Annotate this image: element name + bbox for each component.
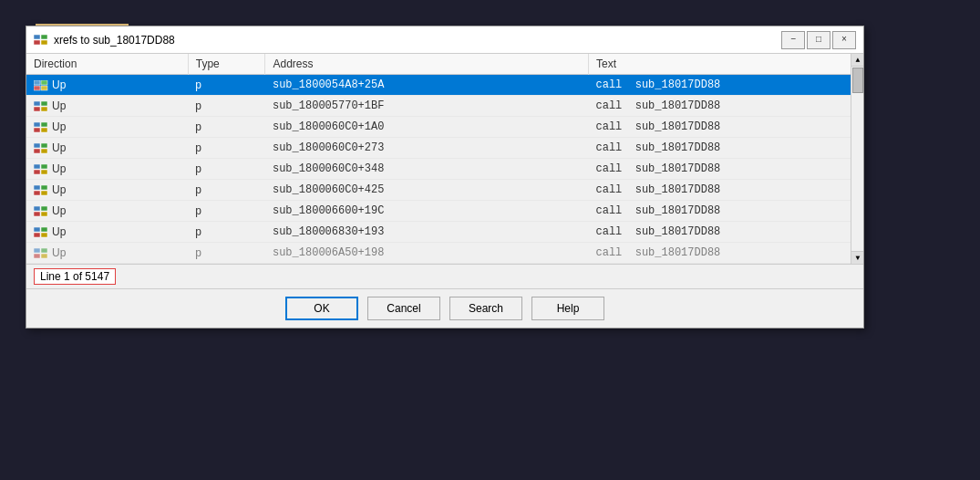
scroll-down-button[interactable]: ▼	[851, 251, 863, 264]
cell-address: sub_180005770+1BF	[265, 96, 589, 117]
svg-rect-8	[34, 80, 40, 85]
svg-rect-24	[34, 122, 40, 127]
cell-address: sub_1800054A8+25A	[265, 75, 589, 96]
cell-direction: Up	[26, 201, 188, 222]
minimize-button[interactable]: −	[781, 31, 805, 49]
close-button[interactable]: ×	[832, 31, 856, 49]
scroll-up-button[interactable]: ▲	[851, 54, 863, 67]
table-header: Direction Type Address Text	[26, 54, 863, 75]
svg-rect-33	[34, 149, 40, 153]
scrollbar-thumb[interactable]	[852, 68, 863, 93]
svg-rect-40	[34, 164, 40, 169]
svg-rect-50	[41, 185, 47, 190]
svg-rect-34	[41, 143, 47, 148]
dialog-titlebar: xrefs to sub_18017DD88 − □ ×	[26, 26, 863, 54]
cell-direction: Up	[26, 243, 188, 264]
svg-rect-51	[41, 191, 47, 195]
svg-rect-3	[41, 40, 47, 45]
svg-rect-57	[34, 212, 40, 216]
search-button[interactable]: Search	[449, 297, 522, 320]
svg-rect-66	[41, 227, 47, 232]
svg-rect-25	[34, 128, 40, 132]
table-row[interactable]: Uppsub_180005770+1BFcall sub_18017DD88	[26, 96, 863, 117]
cell-type: p	[188, 138, 265, 159]
svg-rect-16	[34, 101, 40, 106]
cell-address: sub_180006600+19C	[265, 201, 589, 222]
svg-rect-35	[41, 149, 47, 153]
cell-text: call sub_18017DD88	[588, 138, 862, 159]
cancel-button[interactable]: Cancel	[367, 297, 440, 320]
cell-type: p	[188, 117, 265, 138]
col-type: Type	[188, 54, 265, 75]
cell-text: call sub_18017DD88	[588, 75, 862, 96]
maximize-button[interactable]: □	[807, 31, 830, 49]
svg-rect-32	[34, 143, 40, 148]
svg-rect-49	[34, 191, 40, 195]
cell-type: p	[188, 243, 265, 264]
svg-rect-18	[41, 101, 47, 106]
scrollbar[interactable]: ▲ ▼	[851, 54, 863, 264]
cell-address: sub_1800060C0+425	[265, 180, 589, 201]
cell-direction: Up	[26, 75, 188, 96]
svg-rect-59	[41, 212, 47, 216]
xrefs-table-container[interactable]: Direction Type Address Text Uppsub_18000…	[26, 54, 863, 265]
table-row[interactable]: Uppsub_1800060C0+425call sub_18017DD88	[26, 180, 863, 201]
svg-rect-2	[41, 35, 47, 39]
svg-rect-1	[34, 40, 40, 45]
dialog-footer: OK Cancel Search Help	[26, 289, 863, 328]
cell-address: sub_1800060C0+348	[265, 159, 589, 180]
status-line-count: Line 1 of 5147	[34, 268, 116, 285]
cell-direction: Up	[26, 159, 188, 180]
svg-rect-64	[34, 227, 40, 232]
svg-rect-56	[34, 206, 40, 211]
table-row[interactable]: Uppsub_1800060C0+348call sub_18017DD88	[26, 159, 863, 180]
svg-rect-0	[34, 35, 40, 39]
svg-rect-72	[34, 248, 40, 253]
help-button[interactable]: Help	[531, 297, 604, 320]
cell-type: p	[188, 75, 265, 96]
cell-text: call sub_18017DD88	[588, 159, 862, 180]
table-row[interactable]: Uppsub_1800060C0+273call sub_18017DD88	[26, 138, 863, 159]
cell-address: sub_1800060C0+273	[265, 138, 589, 159]
svg-rect-43	[41, 170, 47, 174]
table-row[interactable]: Uppsub_180006600+19Ccall sub_18017DD88	[26, 201, 863, 222]
svg-rect-26	[41, 122, 47, 127]
xrefs-table-body[interactable]: Uppsub_1800054A8+25Acall sub_18017DD88Up…	[26, 75, 863, 264]
svg-rect-74	[41, 248, 47, 253]
xrefs-table: Direction Type Address Text Uppsub_18000…	[26, 54, 863, 264]
table-row[interactable]: Uppsub_180006830+193call sub_18017DD88	[26, 222, 863, 243]
cell-direction: Up	[26, 138, 188, 159]
cell-type: p	[188, 159, 265, 180]
svg-rect-41	[34, 170, 40, 174]
table-row[interactable]: Uppsub_1800060C0+1A0call sub_18017DD88	[26, 117, 863, 138]
window-controls: − □ ×	[781, 31, 856, 49]
cell-direction: Up	[26, 96, 188, 117]
svg-rect-10	[41, 80, 47, 85]
table-row[interactable]: Uppsub_1800054A8+25Acall sub_18017DD88	[26, 75, 863, 96]
svg-rect-9	[34, 86, 40, 90]
dialog-statusbar: Line 1 of 5147	[26, 265, 863, 289]
cell-address: sub_180006A50+198	[265, 243, 589, 264]
cell-text: call sub_18017DD88	[588, 117, 862, 138]
svg-rect-17	[34, 107, 40, 111]
col-text: Text	[588, 54, 862, 75]
svg-rect-48	[34, 185, 40, 190]
svg-rect-11	[41, 86, 47, 90]
svg-rect-73	[34, 254, 40, 258]
cell-address: sub_1800060C0+1A0	[265, 117, 589, 138]
col-direction: Direction	[26, 54, 188, 75]
dialog-title: xrefs to sub_18017DD88	[54, 34, 776, 47]
cell-text: call sub_18017DD88	[588, 243, 862, 264]
svg-rect-58	[41, 206, 47, 211]
cell-text: call sub_18017DD88	[588, 180, 862, 201]
ok-button[interactable]: OK	[285, 297, 358, 320]
cell-address: sub_180006830+193	[265, 222, 589, 243]
cell-text: call sub_18017DD88	[588, 201, 862, 222]
cell-type: p	[188, 222, 265, 243]
svg-rect-65	[34, 233, 40, 237]
table-row[interactable]: Uppsub_180006A50+198call sub_18017DD88	[26, 243, 863, 264]
cell-direction: Up	[26, 222, 188, 243]
svg-rect-19	[41, 107, 47, 111]
cell-direction: Up	[26, 117, 188, 138]
col-address: Address	[265, 54, 589, 75]
